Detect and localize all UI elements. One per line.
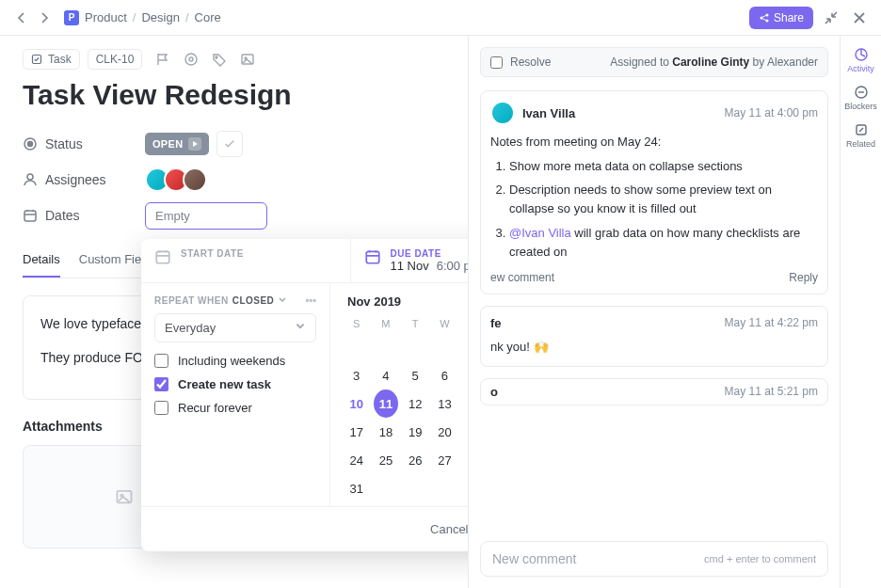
- svg-rect-18: [366, 251, 379, 262]
- calendar-day[interactable]: 25: [374, 446, 398, 474]
- calendar-day[interactable]: 3: [344, 361, 369, 389]
- resolve-label[interactable]: Resolve: [510, 56, 551, 69]
- more-button[interactable]: •••: [305, 294, 316, 306]
- calendar-day[interactable]: 7: [462, 361, 468, 389]
- start-date-label: START DATE: [181, 248, 244, 259]
- repeat-label: REPEAT WHEN: [154, 295, 229, 306]
- checkbox[interactable]: [154, 354, 168, 368]
- minimize-icon: [824, 10, 839, 25]
- chevron-right-icon: [37, 10, 52, 25]
- repeat-frequency-select[interactable]: Everyday: [154, 313, 316, 342]
- calendar-day[interactable]: 14: [462, 389, 468, 418]
- comment: fe May 11 at 4:22 pm nk you! 🙌: [480, 306, 828, 367]
- rail-item-activity[interactable]: Activity: [841, 41, 881, 79]
- breadcrumb-item[interactable]: Product: [85, 10, 127, 24]
- calendar-day[interactable]: 24: [344, 446, 369, 474]
- collapse-button[interactable]: [821, 8, 841, 28]
- assignees-avatars[interactable]: [145, 167, 207, 192]
- comment-author[interactable]: o: [490, 385, 498, 399]
- task-title[interactable]: Task View Redesign: [23, 79, 445, 111]
- breadcrumb-item[interactable]: Design: [141, 10, 179, 24]
- new-comment-link[interactable]: ew comment: [490, 271, 554, 284]
- comment-time: May 11 at 4:00 pm: [725, 106, 818, 119]
- reply-button[interactable]: Reply: [789, 271, 818, 284]
- rail-icon: [854, 122, 869, 137]
- tab-details[interactable]: Details: [23, 243, 60, 278]
- chevron-down-icon[interactable]: [278, 295, 287, 305]
- calendar-day[interactable]: 31: [344, 474, 369, 502]
- nav-forward-button[interactable]: [34, 8, 55, 28]
- repeat-option[interactable]: Create new task: [154, 377, 316, 391]
- calendar-day[interactable]: 18: [374, 418, 398, 446]
- close-button[interactable]: [849, 8, 870, 28]
- image-icon[interactable]: [240, 52, 255, 67]
- mention-link[interactable]: @Ivan Villa: [509, 226, 571, 240]
- avatar[interactable]: [183, 167, 207, 192]
- svg-point-11: [27, 174, 33, 180]
- comment-author[interactable]: fe: [490, 316, 502, 330]
- next-status-button[interactable]: [188, 137, 201, 151]
- flag-icon[interactable]: [155, 52, 170, 67]
- calendar-day[interactable]: 11: [374, 389, 398, 418]
- person-icon: [23, 172, 38, 187]
- play-icon: [191, 140, 199, 148]
- rail-item-blockers[interactable]: Blockers: [841, 79, 881, 117]
- new-comment-input[interactable]: New comment cmd + enter to comment: [480, 541, 828, 577]
- svg-rect-12: [24, 211, 36, 221]
- calendar-day[interactable]: 4: [374, 361, 398, 389]
- resolve-checkbox[interactable]: [490, 56, 503, 69]
- sprint-icon[interactable]: [184, 52, 199, 67]
- checkbox-icon: [31, 54, 42, 65]
- comment-author[interactable]: Ivan Villa: [522, 106, 575, 120]
- calendar-day[interactable]: 26: [403, 446, 427, 474]
- tag-icon[interactable]: [212, 52, 227, 67]
- comment-time: May 11 at 5:21 pm: [725, 385, 818, 398]
- calendar-day[interactable]: 13: [432, 389, 457, 418]
- svg-rect-17: [156, 251, 169, 262]
- calendar-day[interactable]: 12: [403, 389, 427, 418]
- due-time-value[interactable]: 6:00 pm: [437, 259, 468, 273]
- status-icon: [23, 136, 38, 151]
- breadcrumb-item[interactable]: Core: [195, 10, 221, 24]
- avatar[interactable]: [490, 101, 515, 125]
- assignee-link[interactable]: Caroline Ginty: [672, 56, 749, 69]
- date-picker-popover: START DATE DUE DATE 11 Nov 6:00 pm ✕: [141, 239, 468, 551]
- calendar-day[interactable]: 19: [403, 418, 427, 446]
- nav-back-button[interactable]: [11, 8, 32, 28]
- task-id-chip[interactable]: CLK-10: [88, 49, 143, 70]
- calendar-day[interactable]: 20: [432, 418, 457, 446]
- calendar-day[interactable]: 17: [344, 418, 369, 446]
- dates-input[interactable]: Empty: [145, 202, 267, 230]
- repeat-option[interactable]: Including weekends: [154, 354, 316, 368]
- task-type-chip[interactable]: Task: [23, 49, 80, 70]
- calendar-day[interactable]: 28: [462, 446, 468, 474]
- svg-point-1: [765, 13, 768, 16]
- svg-point-5: [189, 57, 193, 61]
- image-icon: [115, 487, 134, 506]
- checkbox[interactable]: [154, 377, 168, 391]
- svg-point-6: [216, 56, 217, 58]
- space-icon: P: [64, 10, 79, 25]
- status-label: Status: [45, 136, 83, 151]
- calendar-day[interactable]: 6: [432, 361, 457, 389]
- checkbox[interactable]: [154, 401, 168, 415]
- calendar-day[interactable]: 10: [344, 389, 369, 418]
- breadcrumb: P Product / Design / Core: [64, 10, 221, 25]
- comment: o May 11 at 5:21 pm: [480, 378, 828, 405]
- cancel-button[interactable]: Cancel: [417, 515, 468, 544]
- tab-custom-fields[interactable]: Custom Fie: [79, 243, 141, 278]
- calendar-month-label: Nov 2019: [347, 294, 401, 309]
- due-date-value[interactable]: 11 Nov: [391, 259, 429, 273]
- calendar-icon: [23, 208, 38, 223]
- svg-point-2: [765, 19, 768, 22]
- repeat-option[interactable]: Recur forever: [154, 401, 316, 415]
- status-chip[interactable]: OPEN: [145, 133, 209, 155]
- calendar-day[interactable]: 21: [462, 418, 468, 446]
- complete-button[interactable]: [216, 131, 243, 157]
- share-button[interactable]: Share: [749, 7, 813, 29]
- calendar-day[interactable]: 27: [432, 446, 457, 474]
- resolve-bar: Resolve Assigned to Caroline Ginty by Al…: [480, 47, 828, 77]
- calendar-day[interactable]: 5: [403, 361, 427, 389]
- calendar-icon: [364, 248, 381, 265]
- rail-item-related[interactable]: Related: [841, 117, 881, 154]
